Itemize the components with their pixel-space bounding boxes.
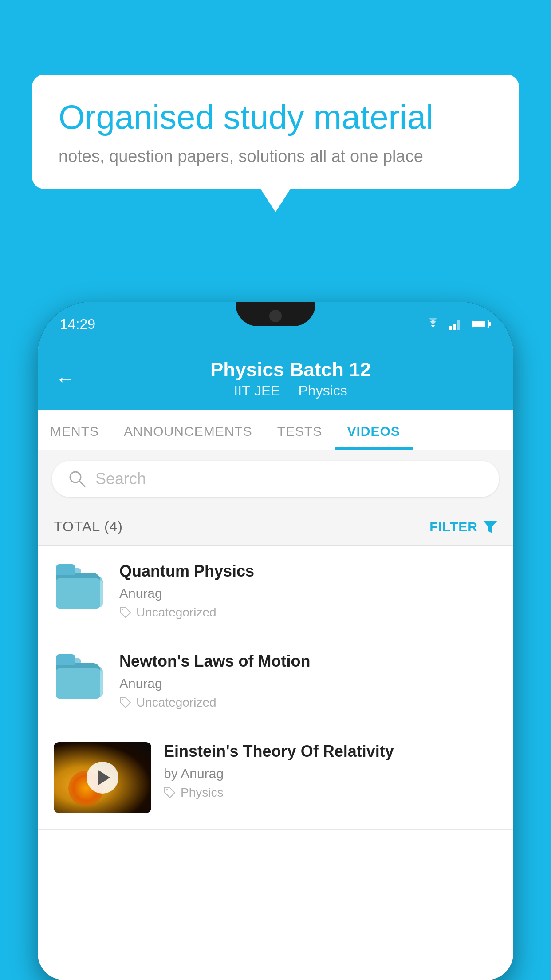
search-placeholder: Search [95, 470, 146, 488]
bubble-title: Organised study material [59, 98, 492, 136]
svg-point-10 [122, 699, 123, 700]
battery-icon [472, 319, 491, 329]
video-thumbnail-3 [54, 742, 151, 813]
tag-label-3: Physics [181, 786, 223, 800]
speech-bubble: Organised study material notes, question… [32, 75, 519, 189]
video-author-2: Anurag [119, 676, 497, 691]
tag-label-2: Uncategorized [136, 695, 216, 710]
video-thumb-2 [54, 652, 107, 705]
phone-content: ← Physics Batch 12 IIT JEE Physics MENTS… [38, 346, 513, 980]
video-title-2: Newton's Laws of Motion [119, 652, 497, 671]
status-bar: 14:29 [38, 302, 513, 346]
svg-rect-0 [449, 326, 452, 330]
svg-point-11 [166, 789, 168, 790]
video-info-3: Einstein's Theory Of Relativity by Anura… [164, 742, 497, 800]
filter-row: TOTAL (4) FILTER [38, 508, 513, 546]
total-count: TOTAL (4) [54, 518, 123, 535]
search-icon [68, 470, 87, 488]
video-info-2: Newton's Laws of Motion Anurag Uncategor… [119, 652, 497, 710]
video-thumb-1 [54, 562, 107, 615]
subtitle-part1: IIT JEE [234, 383, 280, 399]
tag-label-1: Uncategorized [136, 605, 216, 620]
play-button-3[interactable] [87, 762, 118, 794]
tab-ments[interactable]: MENTS [38, 410, 111, 450]
search-bar-wrapper: Search [38, 450, 513, 508]
tab-announcements[interactable]: ANNOUNCEMENTS [111, 410, 265, 450]
tabs-bar: MENTS ANNOUNCEMENTS TESTS VIDEOS [38, 410, 513, 450]
video-tag-1: Uncategorized [119, 605, 497, 620]
video-author-1: Anurag [119, 586, 497, 601]
app-background: Organised study material notes, question… [0, 0, 551, 980]
filter-icon [483, 521, 497, 533]
folder-front-icon-2 [56, 659, 100, 699]
tag-icon-1 [119, 606, 132, 619]
status-icons [425, 318, 491, 330]
video-list: Quantum Physics Anurag Uncategorized [38, 546, 513, 830]
tab-videos[interactable]: VIDEOS [335, 410, 412, 450]
back-button[interactable]: ← [55, 368, 75, 390]
phone-frame: 14:29 [38, 302, 513, 980]
video-tag-2: Uncategorized [119, 695, 497, 710]
batch-subtitle: IIT JEE Physics [86, 383, 496, 399]
tag-icon-3 [164, 786, 176, 799]
batch-title: Physics Batch 12 [86, 359, 496, 381]
signal-icon [449, 318, 464, 330]
tag-icon-2 [119, 696, 132, 709]
filter-label: FILTER [429, 519, 478, 534]
svg-marker-8 [483, 521, 497, 533]
app-header: ← Physics Batch 12 IIT JEE Physics [38, 346, 513, 410]
svg-rect-2 [457, 320, 460, 330]
svg-point-9 [122, 609, 123, 610]
video-author-3: by Anurag [164, 766, 497, 781]
list-item[interactable]: Quantum Physics Anurag Uncategorized [38, 546, 513, 636]
folder-icon-2 [56, 654, 105, 703]
subtitle-part2: Physics [298, 383, 347, 399]
header-title-group: Physics Batch 12 IIT JEE Physics [86, 359, 496, 399]
video-tag-3: Physics [164, 786, 497, 800]
svg-rect-5 [489, 322, 491, 326]
video-info-1: Quantum Physics Anurag Uncategorized [119, 562, 497, 620]
folder-icon-1 [56, 564, 105, 613]
svg-line-7 [79, 481, 85, 486]
svg-rect-4 [472, 321, 485, 327]
list-item[interactable]: Einstein's Theory Of Relativity by Anura… [38, 726, 513, 830]
search-bar[interactable]: Search [52, 461, 499, 497]
tab-tests[interactable]: TESTS [265, 410, 335, 450]
svg-rect-1 [453, 324, 456, 330]
folder-front-icon [56, 569, 100, 609]
camera-dot [269, 310, 282, 322]
list-item[interactable]: Newton's Laws of Motion Anurag Uncategor… [38, 636, 513, 726]
video-title-1: Quantum Physics [119, 562, 497, 581]
bubble-subtitle: notes, question papers, solutions all at… [59, 147, 492, 166]
video-title-3: Einstein's Theory Of Relativity [164, 742, 497, 761]
filter-button[interactable]: FILTER [429, 519, 497, 534]
status-time: 14:29 [60, 316, 95, 332]
wifi-icon [425, 318, 441, 330]
play-triangle-icon [98, 770, 110, 786]
